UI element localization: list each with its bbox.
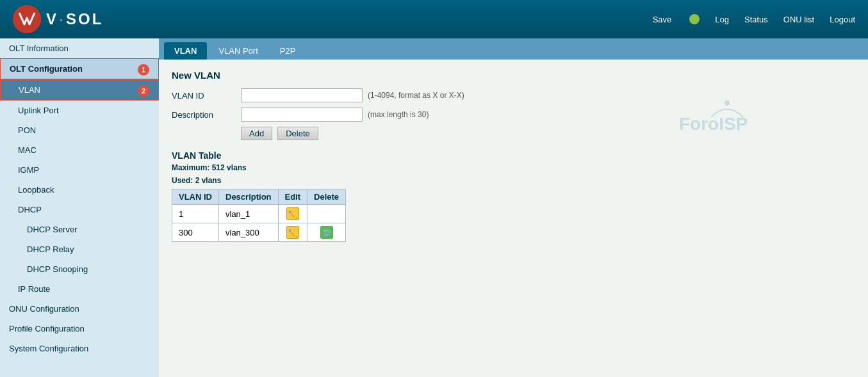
vlan-id-label: VLAN ID [172, 91, 236, 100]
vlan-table: VLAN ID Description Edit Delete 1vlan_1✏… [172, 189, 346, 242]
sidebar-item-uplink-port[interactable]: Uplink Port [0, 100, 159, 120]
sidebar-item-mac[interactable]: MAC [0, 140, 159, 160]
description-input[interactable] [241, 108, 363, 122]
olt-config-badge: 1 [138, 64, 149, 76]
sidebar-item-igmp[interactable]: IGMP [0, 160, 159, 180]
col-delete: Delete [307, 189, 346, 205]
tab-bar: VLAN VLAN Port P2P [159, 38, 868, 60]
vlan-max: Maximum: 512 vlans [172, 163, 855, 172]
vlan-label: VLAN [19, 85, 40, 95]
sidebar-item-olt-info[interactable]: OLT Information [0, 38, 159, 58]
vlan-table-title: VLAN Table [172, 150, 855, 161]
content-area: VLAN VLAN Port P2P ForoISP New VLAN VLAN… [159, 38, 868, 377]
logout-btn[interactable]: Logout [830, 15, 855, 24]
tab-vlan[interactable]: VLAN [164, 42, 207, 60]
header: V·SOL Save Log Status ONU list Logout [0, 0, 868, 38]
tab-vlan-port[interactable]: VLAN Port [208, 42, 268, 60]
vlan-badge: 2 [138, 85, 149, 97]
content-body: ForoISP New VLAN VLAN ID (1-4094, format… [159, 60, 868, 252]
delete-icon-1[interactable]: 🗑️ [320, 226, 333, 239]
col-vlan-id: VLAN ID [172, 189, 219, 205]
sidebar-item-dhcp-snooping[interactable]: DHCP Snooping [0, 259, 159, 279]
col-description: Description [219, 189, 279, 205]
vlan-id-hint: (1-4094, format as X or X-X) [368, 91, 464, 100]
sidebar-item-profile-config[interactable]: Profile Configuration [0, 319, 159, 339]
description-row: Description (max length is 30) [172, 108, 855, 122]
sidebar-item-onu-config[interactable]: ONU Configuration [0, 299, 159, 319]
delete-button[interactable]: Delete [277, 127, 318, 140]
save-btn[interactable]: Save [653, 15, 672, 24]
log-btn[interactable]: Log [715, 15, 729, 24]
vlan-id-input[interactable] [241, 88, 363, 102]
edit-icon-0[interactable]: ✏️ [286, 207, 299, 220]
action-buttons-row: Add Delete [172, 127, 855, 140]
edit-icon-1[interactable]: ✏️ [286, 226, 299, 239]
vlan-row-delete-1[interactable]: 🗑️ [307, 223, 346, 242]
description-hint: (max length is 30) [368, 110, 429, 119]
sidebar-item-vlan[interactable]: VLAN 2 [0, 79, 159, 100]
header-right: Save Log Status ONU list Logout [653, 14, 855, 24]
new-vlan-title: New VLAN [172, 70, 855, 81]
sidebar-item-dhcp-server[interactable]: DHCP Server [0, 220, 159, 239]
vlan-row-edit-0[interactable]: ✏️ [278, 205, 307, 223]
olt-config-label: OLT Configuration [10, 64, 83, 74]
logo-area: V·SOL [13, 5, 103, 33]
sidebar-item-loopback[interactable]: Loopback [0, 180, 159, 200]
status-indicator [689, 14, 700, 24]
sidebar-item-system-config[interactable]: System Configuration [0, 339, 159, 358]
vlan-row-delete-0 [307, 205, 346, 223]
add-button[interactable]: Add [241, 127, 272, 140]
sidebar-item-dhcp-relay[interactable]: DHCP Relay [0, 239, 159, 259]
vlan-row-id-0: 1 [172, 205, 219, 223]
vlan-row-desc-0: vlan_1 [219, 205, 279, 223]
vlan-row-id-1: 300 [172, 223, 219, 242]
sidebar: OLT Information OLT Configuration 1 VLAN… [0, 38, 159, 377]
tab-p2p[interactable]: P2P [270, 42, 306, 60]
main-layout: OLT Information OLT Configuration 1 VLAN… [0, 38, 868, 377]
sidebar-item-pon[interactable]: PON [0, 120, 159, 140]
vlan-row-edit-1[interactable]: ✏️ [278, 223, 307, 242]
sidebar-item-ip-route[interactable]: IP Route [0, 279, 159, 299]
col-edit: Edit [278, 189, 307, 205]
logo-icon [13, 5, 41, 33]
sidebar-item-olt-config[interactable]: OLT Configuration 1 [0, 58, 159, 79]
vlan-id-row: VLAN ID (1-4094, format as X or X-X) [172, 88, 855, 102]
logo-vsol: V·SOL [46, 10, 103, 28]
vlan-used: Used: 2 vlans [172, 176, 855, 185]
status-btn[interactable]: Status [744, 15, 768, 24]
sidebar-item-dhcp[interactable]: DHCP [0, 200, 159, 220]
description-label: Description [172, 110, 236, 120]
vlan-row-desc-1: vlan_300 [219, 223, 279, 242]
onu-list-btn[interactable]: ONU list [783, 15, 814, 24]
